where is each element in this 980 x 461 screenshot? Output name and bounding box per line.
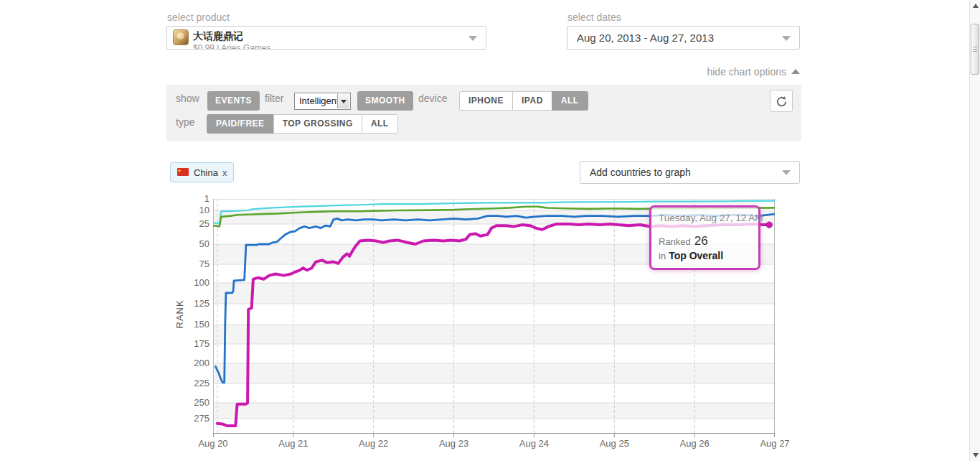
- scrollbar-thumb[interactable]: [971, 24, 979, 75]
- x-axis-tick: Aug 25: [585, 438, 643, 449]
- scroll-down-arrow-icon[interactable]: [973, 453, 979, 457]
- add-countries-placeholder: Add countries to graph: [590, 167, 691, 178]
- events-button[interactable]: EVENTS: [207, 91, 260, 111]
- scrollbar-grip: [973, 47, 977, 52]
- type-segmented-control: PAID/FREETOP GROSSINGALL: [207, 114, 398, 134]
- hide-chart-options-link[interactable]: hide chart options: [599, 66, 800, 78]
- smooth-button[interactable]: SMOOTH: [357, 91, 413, 111]
- device-segmented-control: IPHONEIPADALL: [459, 91, 588, 111]
- y-axis-tick: 25: [172, 218, 209, 229]
- vertical-scrollbar[interactable]: [969, 0, 980, 461]
- y-axis-tick: 250: [172, 397, 209, 408]
- scroll-up-arrow-icon[interactable]: [973, 4, 979, 8]
- x-axis-tick: Aug 23: [425, 438, 483, 449]
- segment-all[interactable]: ALL: [362, 114, 398, 134]
- chart-tooltip: Tuesday, Aug 27, 12 AM Ranked26 inTop Ov…: [649, 205, 760, 270]
- type-label: type: [176, 116, 194, 128]
- country-tag-china[interactable]: China x: [170, 162, 234, 182]
- chevron-down-icon: [782, 170, 791, 175]
- y-axis-tick: 100: [172, 277, 209, 288]
- app-icon: [173, 29, 189, 45]
- tooltip-in-label: in: [659, 251, 666, 261]
- chevron-up-icon: [791, 69, 800, 74]
- date-range-value: Aug 20, 2013 - Aug 27, 2013: [577, 32, 714, 44]
- refresh-icon: [776, 96, 788, 108]
- product-selector[interactable]: 大话鹿鼎记 $0.99 | Aries Games: [166, 26, 486, 50]
- device-label: device: [418, 93, 447, 104]
- segment-top-grossing[interactable]: TOP GROSSING: [273, 114, 362, 134]
- y-axis-tick: 275: [172, 413, 209, 424]
- segment-ipad[interactable]: IPAD: [512, 91, 552, 111]
- y-axis-tick: 50: [172, 238, 209, 249]
- country-tag-label: China: [194, 167, 218, 178]
- filter-label: filter: [265, 93, 283, 104]
- x-axis-tick: Aug 20: [184, 438, 242, 449]
- select-dates-label: select dates: [567, 11, 621, 23]
- filter-select[interactable]: Intelligent: [294, 93, 351, 110]
- product-subtitle: $0.99 | Aries Games: [193, 43, 271, 50]
- y-axis-tick: 1: [172, 193, 209, 204]
- tooltip-chart-name: Top Overall: [669, 250, 723, 261]
- segment-paid-free[interactable]: PAID/FREE: [207, 114, 274, 134]
- add-countries-dropdown[interactable]: Add countries to graph: [580, 161, 800, 184]
- segment-iphone[interactable]: IPHONE: [459, 91, 513, 111]
- refresh-button[interactable]: [770, 90, 793, 112]
- y-axis-tick: 200: [172, 358, 209, 368]
- tooltip-ranked-label: Ranked: [659, 236, 691, 247]
- tooltip-date: Tuesday, Aug 27, 12 AM: [659, 213, 751, 223]
- remove-country-button[interactable]: x: [222, 167, 227, 178]
- x-axis-tick: Aug 26: [666, 438, 723, 449]
- segment-all[interactable]: ALL: [552, 91, 588, 111]
- select-arrow-icon[interactable]: [337, 94, 349, 108]
- chart-options-panel: show EVENTS filter Intelligent SMOOTH de…: [166, 85, 801, 141]
- y-axis-tick: 125: [172, 298, 209, 309]
- chevron-down-icon: [468, 36, 477, 41]
- x-axis-tick: Aug 27: [746, 438, 804, 449]
- x-axis-tick: Aug 24: [505, 438, 562, 449]
- y-axis-tick: 175: [172, 338, 209, 349]
- show-label: show: [176, 93, 199, 104]
- x-axis-tick: Aug 21: [265, 438, 322, 449]
- app-ranking-page: select product 大话鹿鼎记 $0.99 | Aries Games…: [0, 0, 980, 461]
- y-axis-tick: 75: [172, 259, 209, 269]
- y-axis-tick: 225: [172, 378, 209, 388]
- y-axis-tick: 10: [172, 205, 209, 215]
- filter-select-value: Intelligent: [299, 96, 339, 106]
- tooltip-rank-value: 26: [694, 234, 708, 248]
- x-axis-tick: Aug 22: [345, 438, 402, 449]
- hide-chart-options-text: hide chart options: [707, 66, 786, 78]
- product-title: 大话鹿鼎记: [193, 30, 243, 43]
- china-flag-icon: [177, 167, 189, 178]
- select-product-label: select product: [167, 11, 230, 23]
- date-range-selector[interactable]: Aug 20, 2013 - Aug 27, 2013: [567, 26, 800, 50]
- chevron-down-icon: [782, 36, 791, 41]
- y-axis-tick: 150: [172, 319, 209, 330]
